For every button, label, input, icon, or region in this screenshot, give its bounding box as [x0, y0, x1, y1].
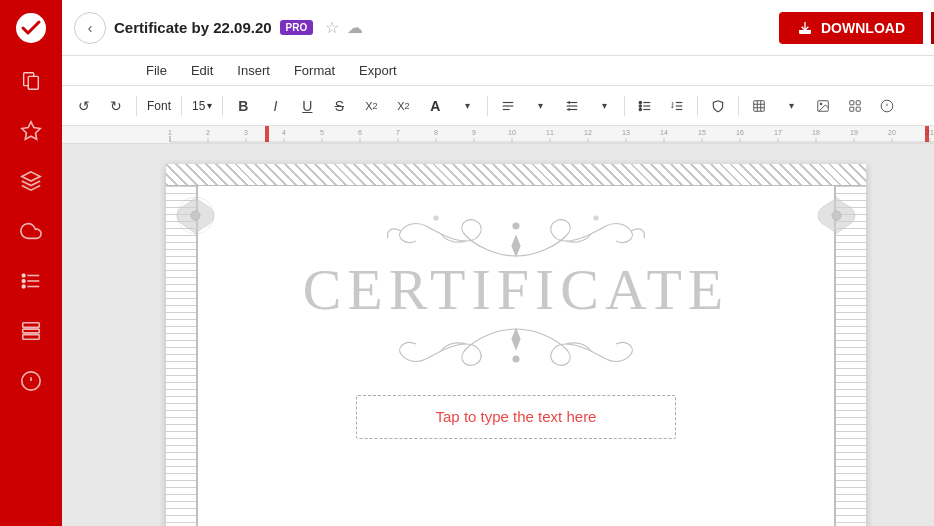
subscript-button[interactable]: X2: [389, 92, 417, 120]
certificate-title: CERTIFICATE: [303, 261, 730, 319]
svg-text:12: 12: [584, 129, 592, 136]
underline-button[interactable]: U: [293, 92, 321, 120]
svg-text:1: 1: [168, 129, 172, 136]
svg-point-96: [434, 216, 438, 220]
toolbar-separator-1: [136, 96, 137, 116]
toolbar-separator-5: [624, 96, 625, 116]
svg-point-9: [22, 285, 25, 288]
sidebar-item-alert[interactable]: [0, 356, 62, 406]
toolbar-separator-4: [487, 96, 488, 116]
svg-text:8: 8: [434, 129, 438, 136]
svg-text:13: 13: [622, 129, 630, 136]
menu-format[interactable]: Format: [290, 61, 339, 80]
svg-point-38: [820, 103, 822, 105]
ruler: // This will be rendered as static conte…: [62, 126, 934, 144]
svg-point-7: [22, 274, 25, 277]
menu-insert[interactable]: Insert: [233, 61, 274, 80]
font-size-selector[interactable]: 15 ▾: [188, 99, 216, 113]
comments-button[interactable]: [873, 92, 901, 120]
svg-point-26: [640, 101, 642, 103]
sidebar-item-cloud[interactable]: [0, 206, 62, 256]
svg-text:5: 5: [320, 129, 324, 136]
table-button[interactable]: [745, 92, 773, 120]
text-input-area[interactable]: Tap to type the text here: [356, 395, 676, 439]
image-button[interactable]: [809, 92, 837, 120]
svg-text:2: 2: [206, 129, 210, 136]
redo-button[interactable]: ↻: [102, 92, 130, 120]
bold-button[interactable]: B: [229, 92, 257, 120]
star-icon[interactable]: ☆: [325, 18, 339, 37]
main-area: ‹ Certificate by 22.09.20 PRO ☆ ☁ DOWNLO…: [62, 0, 934, 526]
pro-badge: PRO: [280, 20, 314, 35]
svg-text:7: 7: [396, 129, 400, 136]
sidebar-item-favorites[interactable]: [0, 106, 62, 156]
svg-point-93: [832, 211, 841, 220]
sidebar-item-templates[interactable]: [0, 156, 62, 206]
bottom-swirl-ornament: [316, 319, 716, 379]
svg-text:11: 11: [546, 129, 554, 136]
menu-export[interactable]: Export: [355, 61, 401, 80]
svg-text:10: 10: [508, 129, 516, 136]
svg-rect-41: [850, 107, 854, 111]
toolbar-separator-7: [738, 96, 739, 116]
table-dropdown[interactable]: ▾: [777, 92, 805, 120]
toolbar: ↺ ↻ Font 15 ▾ B I U S X2 X2 A ▾ ▾ ▾: [62, 86, 934, 126]
svg-text:3: 3: [244, 129, 248, 136]
svg-point-8: [22, 280, 25, 283]
sidebar-item-pages[interactable]: [0, 56, 62, 106]
menu-edit[interactable]: Edit: [187, 61, 217, 80]
cert-body: CERTIFICATE: [166, 186, 866, 526]
text-color-dropdown[interactable]: ▾: [453, 92, 481, 120]
numbered-list-button[interactable]: [663, 92, 691, 120]
line-height-button[interactable]: [558, 92, 586, 120]
sidebar: [0, 0, 62, 526]
corner-tl-decoration: [168, 188, 223, 243]
superscript-button[interactable]: X2: [357, 92, 385, 120]
undo-button[interactable]: ↺: [70, 92, 98, 120]
svg-rect-39: [850, 100, 854, 104]
svg-text:19: 19: [850, 129, 858, 136]
svg-text:4: 4: [282, 129, 286, 136]
svg-marker-94: [512, 236, 520, 256]
canvas-area[interactable]: CERTIFICATE: [62, 144, 934, 526]
svg-rect-89: [265, 126, 269, 142]
svg-rect-42: [857, 107, 861, 111]
paint-format-button[interactable]: [704, 92, 732, 120]
title-action-icons: ☆ ☁: [325, 18, 363, 37]
svg-point-27: [640, 104, 642, 106]
top-border-decoration: [166, 164, 866, 186]
svg-point-97: [594, 216, 598, 220]
app-logo: [0, 0, 62, 56]
bullets-button[interactable]: [631, 92, 659, 120]
svg-text:14: 14: [660, 129, 668, 136]
cloud-icon[interactable]: ☁: [347, 18, 363, 37]
sidebar-item-list[interactable]: [0, 256, 62, 306]
align-dropdown[interactable]: ▾: [526, 92, 554, 120]
back-button[interactable]: ‹: [74, 12, 106, 44]
toolbar-separator-6: [697, 96, 698, 116]
align-button[interactable]: [494, 92, 522, 120]
svg-text:17: 17: [774, 129, 782, 136]
download-button[interactable]: DOWNLOAD: [779, 12, 923, 44]
svg-marker-98: [512, 329, 520, 349]
menu-file[interactable]: File: [142, 61, 171, 80]
svg-point-28: [640, 108, 642, 110]
svg-rect-12: [23, 335, 40, 340]
svg-text:18: 18: [812, 129, 820, 136]
svg-point-95: [513, 223, 519, 229]
svg-rect-32: [754, 100, 765, 111]
special-chars-button[interactable]: [841, 92, 869, 120]
svg-rect-10: [23, 323, 40, 328]
line-height-dropdown[interactable]: ▾: [590, 92, 618, 120]
corner-tr-decoration: [809, 188, 864, 243]
strikethrough-button[interactable]: S: [325, 92, 353, 120]
toolbar-separator-2: [181, 96, 182, 116]
tap-to-type-text: Tap to type the text here: [436, 408, 597, 425]
font-color-button[interactable]: A: [421, 92, 449, 120]
svg-rect-11: [23, 329, 40, 333]
italic-button[interactable]: I: [261, 92, 289, 120]
svg-text:9: 9: [472, 129, 476, 136]
svg-text:15: 15: [698, 129, 706, 136]
document-title: Certificate by 22.09.20: [114, 19, 272, 36]
sidebar-item-layers[interactable]: [0, 306, 62, 356]
